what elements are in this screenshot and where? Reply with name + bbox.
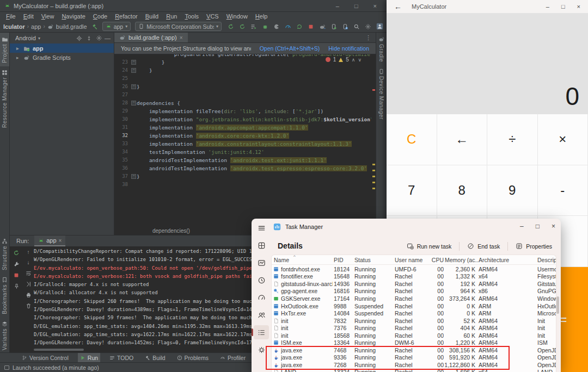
kebab-menu-icon[interactable]: ⋮ <box>365 34 376 41</box>
minimize-icon[interactable]: – <box>520 222 524 230</box>
process-row[interactable]: fsnotifier.exe15648RunningRachel001,332 … <box>272 273 556 281</box>
tool-button-structure[interactable]: Structure <box>0 235 9 274</box>
column-header-memory-ac[interactable]: Memory (ac... <box>445 255 480 264</box>
menu-edit[interactable]: Edit <box>20 13 38 20</box>
expand-arrow-icon[interactable]: ▸ <box>16 46 21 51</box>
build-hammer-icon[interactable] <box>91 23 98 30</box>
command-properties[interactable]: Properties <box>513 241 554 251</box>
process-row[interactable]: HxTsr.exe14084SuspendedRachel000 KARMMic… <box>272 309 556 317</box>
minimize-icon[interactable]: – <box>546 3 549 10</box>
menu-window[interactable]: Window <box>223 13 252 20</box>
warning-stripe-mark[interactable] <box>372 170 375 171</box>
debug-icon[interactable] <box>261 23 269 30</box>
down-icon[interactable]: ↓ <box>27 260 30 265</box>
command-end-task[interactable]: End task <box>465 241 502 251</box>
tool-button-resource-manager[interactable]: Resource Manager <box>0 66 9 131</box>
rerun-icon[interactable] <box>227 23 235 30</box>
command-run-new-task[interactable]: Run new task <box>405 241 454 251</box>
project-item-app[interactable]: ▸app <box>10 44 114 53</box>
calc-button-9[interactable]: 9 <box>487 165 538 216</box>
next-issue-icon[interactable]: ∨ <box>358 57 362 63</box>
tool-window-tab-build[interactable]: Build <box>143 353 167 362</box>
fold-marker-icon[interactable] <box>131 58 137 66</box>
calc-button-c[interactable]: C <box>387 114 437 165</box>
breadcrumb-item[interactable]: lculator <box>3 23 25 30</box>
scroll-end-icon[interactable] <box>26 281 32 287</box>
project-view-mode[interactable]: Android <box>15 35 36 41</box>
breadcrumb-item[interactable]: build.gradle <box>56 23 87 30</box>
code-text[interactable]: dependencies { <box>137 99 180 107</box>
close-tab-icon[interactable]: × <box>180 35 183 41</box>
calc-button-r0c3[interactable]: × <box>538 114 588 165</box>
tool-window-tab-todo[interactable]: TODO <box>107 353 136 362</box>
code-text[interactable]: } <box>137 172 140 181</box>
close-icon[interactable]: × <box>577 3 580 10</box>
tool-button-device-manager[interactable]: Device Manager <box>376 65 387 123</box>
print-icon[interactable] <box>26 292 32 298</box>
column-header-name[interactable]: Name <box>274 255 326 264</box>
calc-button-7[interactable]: 7 <box>387 165 437 216</box>
close-icon[interactable]: × <box>552 222 555 230</box>
run-tab[interactable]: app × <box>34 235 65 246</box>
code-text[interactable]: implementation "org.jetbrains.kotlin:kot… <box>137 115 371 123</box>
code-text[interactable]: } <box>137 83 140 91</box>
menu-navigate[interactable]: Navigate <box>58 13 89 20</box>
process-row[interactable]: GSKServer.exe17164RunningRachel00373,264… <box>272 295 556 302</box>
warning-stripe-mark[interactable] <box>372 176 375 177</box>
console-horizontal-scrollbar[interactable] <box>34 349 84 351</box>
stop-icon[interactable] <box>13 272 20 278</box>
warning-stripe-mark[interactable] <box>372 188 375 189</box>
fold-marker-icon[interactable] <box>131 83 137 91</box>
tm-nav-performance-icon[interactable] <box>254 256 269 270</box>
column-header-user-name[interactable]: User name <box>395 255 428 264</box>
table-scrollbar[interactable] <box>556 296 559 314</box>
fold-marker-icon[interactable] <box>131 99 137 107</box>
editor-tab[interactable]: build.gradle (:app) × <box>114 33 188 42</box>
tool-window-tab-version-control[interactable]: Version Control <box>20 353 71 362</box>
menu-tools[interactable]: Tools <box>181 13 203 20</box>
calc-button-r0c1[interactable]: ← <box>437 114 488 165</box>
column-header-pid[interactable]: PID <box>334 255 353 264</box>
run-configuration-selector[interactable]: app ▾ <box>102 22 131 31</box>
device-manager-icon[interactable] <box>330 23 338 30</box>
code-text[interactable]: implementation fileTree(dir: 'libs', inc… <box>137 107 323 115</box>
avatar-icon[interactable] <box>376 23 383 30</box>
apply-changes-icon[interactable] <box>296 23 303 30</box>
calc-button-r0c2[interactable]: ÷ <box>487 114 538 165</box>
maximize-icon[interactable]: □ <box>354 3 358 9</box>
process-row[interactable]: gpg-agent.exe16816RunningRachel00964 Kx8… <box>272 288 556 295</box>
process-row[interactable]: fontdrvhost.exe18124RunningUMFD-6002,360… <box>272 265 556 273</box>
process-row[interactable]: init7376RunningRachel00404 KARM64Init <box>272 324 556 332</box>
column-header-status[interactable]: Status <box>354 255 394 264</box>
project-item-gradle-scripts[interactable]: ▸Gradle Scripts <box>10 53 114 62</box>
tm-nav-startup-apps-icon[interactable] <box>254 290 269 305</box>
process-row[interactable]: ISM.exe13364RunningDWM-6001,220 KARM64IS… <box>272 339 556 346</box>
tm-nav-app-history-icon[interactable] <box>254 273 269 287</box>
process-row[interactable]: init7832RunningRachel0052 KARM64Init <box>272 317 556 325</box>
column-header-architecture[interactable]: Architecture <box>479 255 535 264</box>
column-header-description[interactable]: Description <box>537 255 556 264</box>
sync-gradle-icon[interactable] <box>318 23 326 30</box>
code-text[interactable]: } <box>137 66 152 75</box>
code-text[interactable]: testImplementation 'junit:junit:4.12' <box>137 148 265 156</box>
close-icon[interactable]: × <box>373 3 377 9</box>
code-text[interactable]: implementation 'androidx.core:core-ktx:1… <box>137 132 289 140</box>
clear-icon[interactable] <box>26 303 32 309</box>
wrench-icon[interactable] <box>14 261 20 267</box>
pin-icon[interactable] <box>14 283 20 289</box>
settings-icon[interactable] <box>364 23 372 30</box>
menu-file[interactable]: File <box>2 13 20 20</box>
close-tab-icon[interactable]: × <box>59 238 62 244</box>
process-row[interactable]: gitstatusd-linux-aarch...14936RunningRac… <box>272 280 556 288</box>
code-text[interactable]: } <box>137 58 164 66</box>
minimize-icon[interactable]: – <box>336 3 339 9</box>
maximize-icon[interactable]: □ <box>536 222 540 230</box>
run-configurations-icon[interactable] <box>250 23 258 30</box>
menu-code[interactable]: Code <box>89 13 111 20</box>
column-header-cpu[interactable]: CPU <box>428 255 444 264</box>
menu-run[interactable]: Run <box>162 13 181 20</box>
code-text[interactable]: androidTestImplementation 'androidx.test… <box>137 164 367 172</box>
profile-apk-icon[interactable] <box>273 23 280 30</box>
breadcrumb-item[interactable]: app <box>31 23 41 30</box>
error-stripe-mark[interactable] <box>372 89 375 91</box>
